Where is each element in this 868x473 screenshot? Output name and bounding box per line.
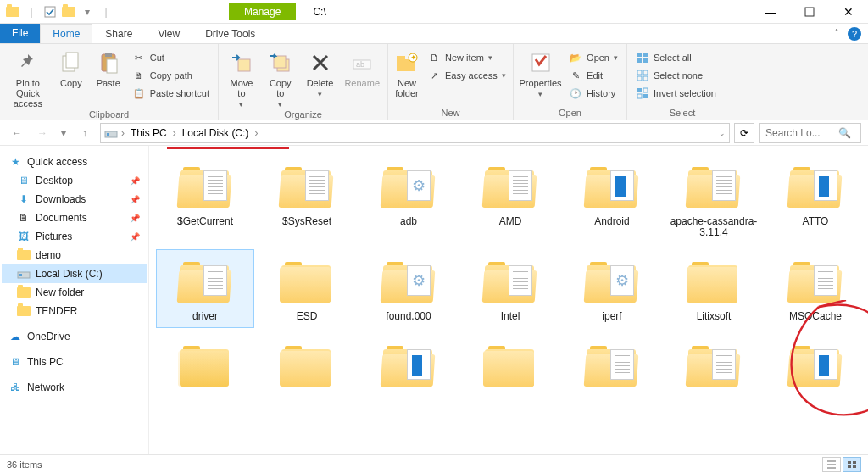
history-button[interactable]: 🕑History — [565, 85, 621, 102]
manage-context-tab[interactable]: Manage — [229, 3, 296, 20]
folder-item[interactable]: AMD — [461, 154, 559, 244]
copy-button[interactable]: Copy — [54, 47, 88, 88]
sidebar-tender[interactable]: TENDER — [2, 302, 147, 320]
ribbon-tabs: File Home Share View Drive Tools ˄ ? — [0, 24, 868, 44]
paste-shortcut-button[interactable]: 📋Paste shortcut — [129, 85, 213, 102]
folder-item[interactable]: $GetCurrent — [156, 154, 254, 244]
folder-item[interactable]: ESD — [258, 249, 356, 328]
crumb-local-disk[interactable]: Local Disk (C:) — [180, 127, 252, 139]
svg-rect-20 — [643, 58, 648, 63]
folder-item[interactable]: Android — [563, 154, 661, 244]
copy-path-button[interactable]: 🗎Copy path — [129, 67, 213, 84]
forward-button[interactable]: → — [32, 123, 53, 143]
rename-button[interactable]: ab Rename — [342, 47, 382, 88]
sidebar-demo[interactable]: demo — [2, 246, 147, 264]
folder-item[interactable]: driver — [156, 249, 254, 328]
crumb-this-pc[interactable]: This PC — [128, 127, 170, 139]
cut-button[interactable]: ✂Cut — [129, 49, 213, 66]
folder-item[interactable] — [258, 333, 356, 401]
easy-access-button[interactable]: ↗Easy access ▾ — [424, 67, 509, 84]
details-view-button[interactable] — [822, 457, 841, 472]
folder-item[interactable]: $SysReset — [258, 154, 356, 244]
folder-item[interactable] — [359, 333, 458, 401]
navigation-pane[interactable]: ★Quick access 🖥Desktop📌 ⬇Downloads📌 🗎Doc… — [0, 146, 149, 454]
qat-dropdown-icon[interactable]: ▾ — [80, 4, 95, 19]
svg-rect-27 — [637, 94, 642, 98]
delete-button[interactable]: Delete▾ — [302, 47, 339, 98]
svg-rect-25 — [637, 88, 642, 92]
move-to-button[interactable]: Move to▾ — [224, 47, 259, 109]
new-folder-icon: ✦ — [393, 49, 420, 76]
select-none-button[interactable]: Select none — [632, 67, 720, 84]
help-icon[interactable]: ? — [848, 27, 861, 41]
recent-dropdown-icon[interactable]: ▾ — [58, 123, 70, 143]
maximize-button[interactable] — [790, 0, 829, 24]
ribbon-collapse-icon[interactable]: ˄ — [834, 28, 839, 40]
folder-thumb-icon — [171, 159, 239, 214]
folder-item[interactable]: apache-cassandra-3.11.4 — [665, 154, 763, 244]
folder-item[interactable] — [461, 333, 559, 401]
paste-shortcut-icon: 📋 — [132, 86, 146, 100]
search-box[interactable]: 🔍 — [760, 123, 861, 143]
qat-checkbox-icon[interactable] — [42, 4, 58, 19]
sidebar-this-pc[interactable]: 🖥This PC — [2, 353, 147, 371]
sidebar-documents[interactable]: 🗎Documents📌 — [2, 209, 147, 227]
this-pc-icon: 🖥 — [8, 355, 22, 369]
folder-item[interactable] — [766, 333, 865, 401]
icons-view-button[interactable] — [843, 457, 861, 472]
properties-button[interactable]: Properties▾ — [519, 47, 562, 98]
drive-tools-tab[interactable]: Drive Tools — [192, 24, 268, 43]
folder-item[interactable]: Litixsoft — [665, 249, 763, 328]
back-button[interactable]: ← — [7, 123, 27, 143]
qat-divider-icon-2: | — [98, 4, 114, 19]
sidebar-quick-access[interactable]: ★Quick access — [2, 153, 147, 171]
folder-item[interactable] — [156, 333, 254, 401]
up-button[interactable]: ↑ — [75, 123, 95, 143]
crumb-sep-icon-3[interactable]: › — [254, 127, 258, 139]
sidebar-new-folder[interactable]: New folder — [2, 283, 147, 302]
address-dropdown-icon[interactable]: ⌄ — [719, 129, 726, 137]
pin-icon: 📌 — [130, 232, 140, 242]
sidebar-onedrive[interactable]: ☁OneDrive — [2, 327, 147, 346]
minimize-button[interactable]: — — [751, 0, 790, 24]
refresh-button[interactable]: ⟳ — [734, 123, 754, 143]
open-button[interactable]: 📂Open ▾ — [565, 49, 621, 66]
folder-item[interactable]: Intel — [461, 249, 559, 328]
folder-label: found.000 — [386, 311, 431, 322]
home-tab[interactable]: Home — [40, 24, 92, 43]
new-folder-button[interactable]: ✦ New folder — [393, 47, 420, 98]
folder-item[interactable] — [665, 333, 763, 401]
folder-label: MSOCache — [789, 311, 842, 322]
sidebar-downloads[interactable]: ⬇Downloads📌 — [2, 190, 147, 209]
svg-rect-35 — [848, 465, 851, 468]
file-tab[interactable]: File — [0, 24, 40, 43]
pin-to-quick-access-button[interactable]: Pin to Quick access — [5, 47, 51, 109]
folder-item[interactable]: iperf — [563, 249, 661, 328]
view-tab[interactable]: View — [145, 24, 192, 43]
new-item-button[interactable]: 🗋New item ▾ — [424, 49, 509, 66]
edit-button[interactable]: ✎Edit — [565, 67, 621, 84]
folder-item[interactable]: ATTO — [766, 154, 865, 244]
copy-to-button[interactable]: Copy to▾ — [263, 47, 298, 109]
folder-thumb-icon — [375, 159, 442, 214]
sidebar-network[interactable]: 🖧Network — [2, 378, 147, 397]
folder-item[interactable]: found.000 — [359, 249, 458, 328]
invert-selection-button[interactable]: Invert selection — [632, 85, 720, 102]
qat-folder-icon[interactable] — [61, 4, 76, 19]
sidebar-desktop[interactable]: 🖥Desktop📌 — [2, 171, 147, 190]
search-input[interactable] — [765, 127, 833, 139]
folder-item[interactable]: MSOCache — [766, 249, 865, 328]
content-pane[interactable]: $GetCurrent$SysResetadbAMDAndroidapache-… — [149, 146, 868, 454]
ribbon-group-organize: Move to▾ Copy to▾ Delete▾ ab Rename Orga… — [219, 44, 388, 120]
paste-button[interactable]: Paste — [92, 47, 125, 88]
folder-item[interactable] — [563, 333, 661, 401]
crumb-sep-icon[interactable]: › — [121, 127, 125, 139]
folder-item[interactable]: adb — [359, 154, 458, 244]
address-bar[interactable]: › This PC › Local Disk (C:) › ⌄ — [100, 123, 730, 143]
share-tab[interactable]: Share — [92, 24, 145, 43]
crumb-sep-icon-2[interactable]: › — [173, 127, 176, 139]
sidebar-pictures[interactable]: 🖼Pictures📌 — [2, 227, 147, 246]
close-button[interactable]: ✕ — [829, 0, 868, 24]
sidebar-local-disk[interactable]: Local Disk (C:) — [2, 264, 147, 283]
select-all-button[interactable]: Select all — [632, 49, 720, 66]
